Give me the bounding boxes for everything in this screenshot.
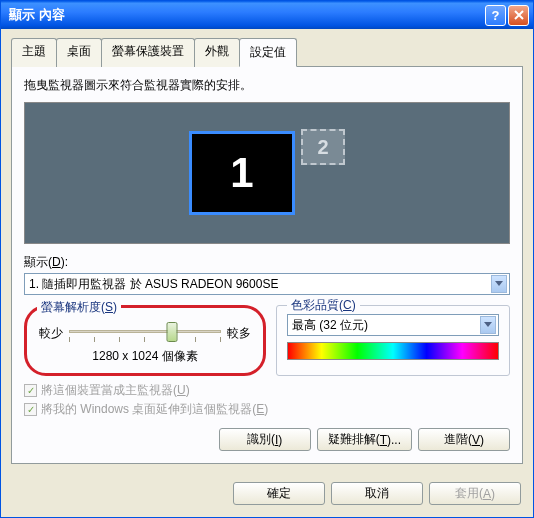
monitor-1[interactable]: 1	[189, 131, 295, 215]
identify-button[interactable]: 識別(I)	[219, 428, 311, 451]
color-quality-group: 色彩品質(C) 最高 (32 位元)	[276, 305, 510, 376]
settings-panel: 拖曳監視器圖示來符合監視器實際的安排。 1 2 顯示(D): 1. 隨插即用監視…	[11, 66, 523, 464]
monitor-2[interactable]: 2	[301, 129, 345, 165]
color-value: 最高 (32 位元)	[292, 317, 480, 334]
cancel-button[interactable]: 取消	[331, 482, 423, 505]
display-properties-window: 顯示 內容 ? 主題 桌面 螢幕保護裝置 外觀 設定值 拖曳監視器圖示來符合監視…	[0, 0, 534, 518]
dialog-footer: 確定 取消 套用(A)	[1, 474, 533, 517]
extend-desktop-checkbox-row: ✓ 將我的 Windows 桌面延伸到這個監視器(E)	[24, 401, 510, 418]
ok-button[interactable]: 確定	[233, 482, 325, 505]
apply-button[interactable]: 套用(A)	[429, 482, 521, 505]
extend-desktop-label: 將我的 Windows 桌面延伸到這個監視器(E)	[41, 401, 268, 418]
close-icon	[514, 10, 524, 20]
tab-settings[interactable]: 設定值	[239, 38, 297, 67]
color-spectrum-preview	[287, 342, 499, 360]
tab-strip: 主題 桌面 螢幕保護裝置 外觀 設定值	[11, 37, 523, 66]
display-label: 顯示(D):	[24, 254, 510, 271]
window-title: 顯示 內容	[5, 6, 485, 24]
tab-theme[interactable]: 主題	[11, 38, 57, 67]
troubleshoot-button[interactable]: 疑難排解(T)...	[317, 428, 412, 451]
titlebar[interactable]: 顯示 內容 ?	[1, 1, 533, 29]
resolution-slider[interactable]	[69, 322, 221, 344]
color-legend: 色彩品質(C)	[287, 297, 360, 314]
instruction-text: 拖曳監視器圖示來符合監視器實際的安排。	[24, 77, 510, 94]
resolution-legend: 螢幕解析度(S)	[37, 299, 121, 316]
chevron-down-icon	[491, 275, 507, 293]
extend-desktop-checkbox: ✓	[24, 403, 37, 416]
primary-monitor-label: 將這個裝置當成主監視器(U)	[41, 382, 190, 399]
monitor-arrangement-area[interactable]: 1 2	[24, 102, 510, 244]
primary-monitor-checkbox: ✓	[24, 384, 37, 397]
slider-thumb[interactable]	[167, 322, 178, 342]
more-label: 較多	[227, 325, 251, 342]
display-dropdown[interactable]: 1. 隨插即用監視器 於 ASUS RADEON 9600SE	[24, 273, 510, 295]
tab-screensaver[interactable]: 螢幕保護裝置	[101, 38, 195, 67]
resolution-value: 1280 x 1024 個像素	[39, 348, 251, 365]
resolution-group: 螢幕解析度(S) 較少 較多 1280 x 1024 個像素	[24, 305, 266, 376]
primary-monitor-checkbox-row: ✓ 將這個裝置當成主監視器(U)	[24, 382, 510, 399]
color-quality-dropdown[interactable]: 最高 (32 位元)	[287, 314, 499, 336]
help-button[interactable]: ?	[485, 5, 506, 26]
less-label: 較少	[39, 325, 63, 342]
tab-desktop[interactable]: 桌面	[56, 38, 102, 67]
display-value: 1. 隨插即用監視器 於 ASUS RADEON 9600SE	[29, 276, 491, 293]
monitor-2-number: 2	[317, 136, 328, 159]
close-button[interactable]	[508, 5, 529, 26]
chevron-down-icon	[480, 316, 496, 334]
monitor-1-number: 1	[230, 149, 253, 197]
tab-appearance[interactable]: 外觀	[194, 38, 240, 67]
advanced-button[interactable]: 進階(V)	[418, 428, 510, 451]
